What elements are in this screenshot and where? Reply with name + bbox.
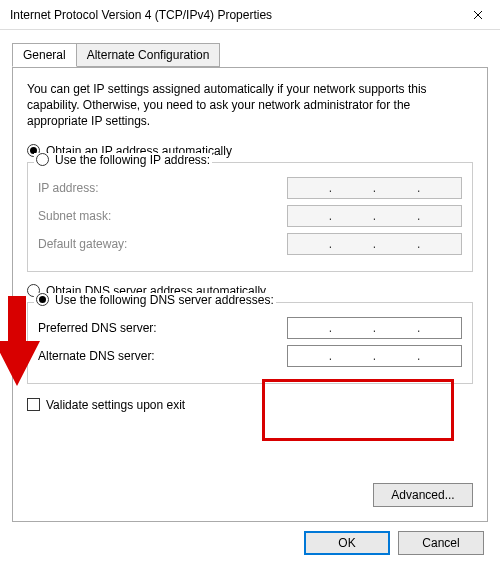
tab-alternate-configuration[interactable]: Alternate Configuration [77,43,221,67]
radio-icon [36,293,49,306]
subnet-mask-label: Subnet mask: [38,209,287,223]
dialog-button-row: OK Cancel [304,531,484,555]
tab-general[interactable]: General [12,43,77,67]
radio-label: Use the following DNS server addresses: [55,293,274,307]
radio-use-following-dns[interactable]: Use the following DNS server addresses: [34,293,276,307]
alternate-dns-label: Alternate DNS server: [38,349,287,363]
default-gateway-label: Default gateway: [38,237,287,251]
close-button[interactable] [455,0,500,30]
dialog-content: General Alternate Configuration You can … [0,30,500,567]
preferred-dns-label: Preferred DNS server: [38,321,287,335]
subnet-mask-input: ... [287,205,462,227]
description-text: You can get IP settings assigned automat… [27,81,473,130]
default-gateway-input: ... [287,233,462,255]
radio-label: Use the following IP address: [55,153,210,167]
alternate-dns-input[interactable]: ... [287,345,462,367]
window-title: Internet Protocol Version 4 (TCP/IPv4) P… [10,8,455,22]
ip-address-input: ... [287,177,462,199]
radio-icon [36,153,49,166]
dns-manual-fieldset: Use the following DNS server addresses: … [27,302,473,384]
close-icon [473,10,483,20]
tab-panel-general: You can get IP settings assigned automat… [12,67,488,522]
radio-use-following-ip[interactable]: Use the following IP address: [34,153,212,167]
ok-button[interactable]: OK [304,531,390,555]
preferred-dns-input[interactable]: ... [287,317,462,339]
cancel-button[interactable]: Cancel [398,531,484,555]
checkbox-icon [27,398,40,411]
checkbox-label: Validate settings upon exit [46,398,185,412]
validate-settings-checkbox[interactable]: Validate settings upon exit [27,398,473,412]
titlebar: Internet Protocol Version 4 (TCP/IPv4) P… [0,0,500,30]
ip-manual-fieldset: Use the following IP address: IP address… [27,162,473,272]
ip-address-label: IP address: [38,181,287,195]
advanced-button[interactable]: Advanced... [373,483,473,507]
tab-strip: General Alternate Configuration [12,43,488,68]
